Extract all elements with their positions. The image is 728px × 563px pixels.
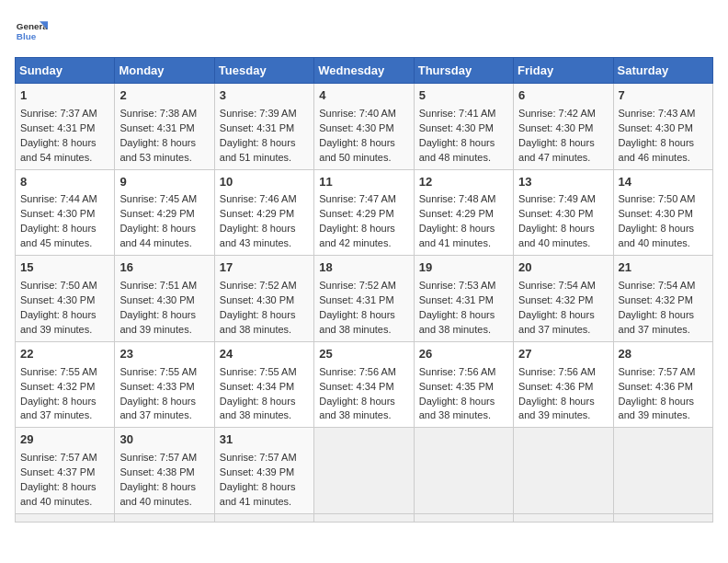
- day-number: 1: [20, 87, 109, 105]
- empty-cell: [514, 513, 613, 522]
- day-number: 19: [419, 259, 508, 277]
- day-cell-12: 12Sunrise: 7:48 AMSunset: 4:29 PMDayligh…: [414, 169, 513, 256]
- empty-cell: [514, 428, 613, 514]
- day-number: 20: [518, 259, 608, 277]
- sunrise-label: Sunrise: 7:39 AM: [220, 108, 297, 119]
- sunrise-label: Sunrise: 7:52 AM: [319, 280, 396, 291]
- day-cell-10: 10Sunrise: 7:46 AMSunset: 4:29 PMDayligh…: [214, 169, 313, 256]
- day-cell-28: 28Sunrise: 7:57 AMSunset: 4:36 PMDayligh…: [613, 341, 712, 428]
- week-row-1: 8Sunrise: 7:44 AMSunset: 4:30 PMDaylight…: [16, 169, 713, 256]
- sunset-label: Sunset: 4:29 PM: [419, 208, 494, 219]
- sunrise-label: Sunrise: 7:50 AM: [20, 280, 97, 291]
- daylight-label: Daylight: 8 hours and 50 minutes.: [319, 137, 395, 163]
- day-cell-2: 2Sunrise: 7:38 AMSunset: 4:31 PMDaylight…: [115, 84, 214, 170]
- daylight-label: Daylight: 8 hours and 38 minutes.: [419, 396, 495, 421]
- day-number: 2: [119, 87, 209, 105]
- sunset-label: Sunset: 4:30 PM: [20, 208, 95, 219]
- week-row-0: 1Sunrise: 7:37 AMSunset: 4:31 PMDaylight…: [16, 84, 713, 170]
- day-cell-18: 18Sunrise: 7:52 AMSunset: 4:31 PMDayligh…: [314, 256, 414, 342]
- sunset-label: Sunset: 4:30 PM: [20, 294, 95, 305]
- daylight-label: Daylight: 8 hours and 47 minutes.: [518, 137, 595, 163]
- sunrise-label: Sunrise: 7:38 AM: [119, 108, 197, 119]
- sunset-label: Sunset: 4:36 PM: [619, 381, 693, 392]
- sunset-label: Sunset: 4:30 PM: [220, 294, 294, 305]
- sunrise-label: Sunrise: 7:52 AM: [220, 280, 297, 291]
- sunset-label: Sunset: 4:31 PM: [119, 122, 194, 133]
- sunset-label: Sunset: 4:30 PM: [319, 122, 393, 133]
- sunrise-label: Sunrise: 7:54 AM: [518, 280, 596, 291]
- sunrise-label: Sunrise: 7:50 AM: [619, 193, 696, 204]
- daylight-label: Daylight: 8 hours and 38 minutes.: [220, 309, 296, 335]
- daylight-label: Daylight: 8 hours and 39 minutes.: [518, 396, 595, 421]
- sunrise-label: Sunrise: 7:55 AM: [119, 366, 197, 377]
- daylight-label: Daylight: 8 hours and 42 minutes.: [319, 223, 395, 248]
- sunset-label: Sunset: 4:30 PM: [119, 294, 194, 305]
- empty-cell: [414, 428, 513, 514]
- day-cell-25: 25Sunrise: 7:56 AMSunset: 4:34 PMDayligh…: [314, 341, 414, 428]
- week-row-3: 22Sunrise: 7:55 AMSunset: 4:32 PMDayligh…: [16, 341, 713, 428]
- day-cell-6: 6Sunrise: 7:42 AMSunset: 4:30 PMDaylight…: [514, 84, 613, 170]
- sunset-label: Sunset: 4:29 PM: [220, 208, 294, 219]
- day-number: 8: [20, 174, 109, 191]
- sunrise-label: Sunrise: 7:37 AM: [20, 108, 97, 119]
- day-cell-9: 9Sunrise: 7:45 AMSunset: 4:29 PMDaylight…: [115, 169, 214, 256]
- week-row-5: [16, 513, 713, 522]
- sunrise-label: Sunrise: 7:40 AM: [319, 108, 396, 119]
- day-cell-11: 11Sunrise: 7:47 AMSunset: 4:29 PMDayligh…: [314, 169, 414, 256]
- dow-saturday: Saturday: [613, 58, 712, 84]
- day-number: 10: [220, 174, 309, 191]
- sunrise-label: Sunrise: 7:56 AM: [319, 366, 396, 377]
- sunset-label: Sunset: 4:34 PM: [220, 381, 294, 392]
- empty-cell: [613, 428, 712, 514]
- day-cell-7: 7Sunrise: 7:43 AMSunset: 4:30 PMDaylight…: [613, 84, 712, 170]
- empty-cell: [613, 513, 712, 522]
- daylight-label: Daylight: 8 hours and 40 minutes.: [619, 223, 695, 248]
- sunset-label: Sunset: 4:30 PM: [518, 122, 593, 133]
- sunset-label: Sunset: 4:30 PM: [518, 208, 593, 219]
- day-number: 4: [319, 87, 408, 105]
- day-cell-1: 1Sunrise: 7:37 AMSunset: 4:31 PMDaylight…: [16, 84, 115, 170]
- day-cell-26: 26Sunrise: 7:56 AMSunset: 4:35 PMDayligh…: [414, 341, 513, 428]
- svg-text:Blue: Blue: [17, 31, 37, 41]
- day-number: 24: [220, 346, 309, 363]
- dow-tuesday: Tuesday: [214, 58, 313, 84]
- sunrise-label: Sunrise: 7:43 AM: [619, 108, 696, 119]
- sunrise-label: Sunrise: 7:44 AM: [20, 193, 97, 204]
- sunset-label: Sunset: 4:32 PM: [619, 294, 693, 305]
- day-number: 22: [20, 346, 109, 363]
- sunrise-label: Sunrise: 7:48 AM: [419, 193, 496, 204]
- sunrise-label: Sunrise: 7:41 AM: [419, 108, 496, 119]
- day-number: 28: [619, 346, 708, 363]
- sunset-label: Sunset: 4:34 PM: [319, 381, 393, 392]
- week-row-2: 15Sunrise: 7:50 AMSunset: 4:30 PMDayligh…: [16, 256, 713, 342]
- dow-thursday: Thursday: [414, 58, 513, 84]
- day-cell-16: 16Sunrise: 7:51 AMSunset: 4:30 PMDayligh…: [115, 256, 214, 342]
- sunrise-label: Sunrise: 7:55 AM: [20, 366, 97, 377]
- sunrise-label: Sunrise: 7:49 AM: [518, 193, 596, 204]
- daylight-label: Daylight: 8 hours and 44 minutes.: [119, 223, 196, 248]
- empty-cell: [214, 513, 313, 522]
- day-number: 18: [319, 259, 408, 277]
- day-number: 7: [619, 87, 708, 105]
- day-number: 9: [119, 174, 209, 191]
- sunrise-label: Sunrise: 7:42 AM: [518, 108, 596, 119]
- sunset-label: Sunset: 4:35 PM: [419, 381, 494, 392]
- sunrise-label: Sunrise: 7:46 AM: [220, 193, 297, 204]
- daylight-label: Daylight: 8 hours and 54 minutes.: [20, 137, 97, 163]
- day-cell-5: 5Sunrise: 7:41 AMSunset: 4:30 PMDaylight…: [414, 84, 513, 170]
- sunset-label: Sunset: 4:33 PM: [119, 381, 194, 392]
- sunrise-label: Sunrise: 7:56 AM: [518, 366, 596, 377]
- empty-cell: [414, 513, 513, 522]
- logo-icon: General Blue: [15, 15, 48, 48]
- calendar: SundayMondayTuesdayWednesdayThursdayFrid…: [15, 57, 713, 523]
- sunset-label: Sunset: 4:29 PM: [119, 208, 194, 219]
- calendar-body: 1Sunrise: 7:37 AMSunset: 4:31 PMDaylight…: [16, 84, 713, 523]
- sunrise-label: Sunrise: 7:57 AM: [119, 452, 197, 463]
- day-number: 13: [518, 174, 608, 191]
- day-number: 11: [319, 174, 408, 191]
- day-number: 26: [419, 346, 508, 363]
- sunrise-label: Sunrise: 7:55 AM: [220, 366, 297, 377]
- day-cell-27: 27Sunrise: 7:56 AMSunset: 4:36 PMDayligh…: [514, 341, 613, 428]
- empty-cell: [314, 428, 414, 514]
- sunset-label: Sunset: 4:30 PM: [619, 208, 693, 219]
